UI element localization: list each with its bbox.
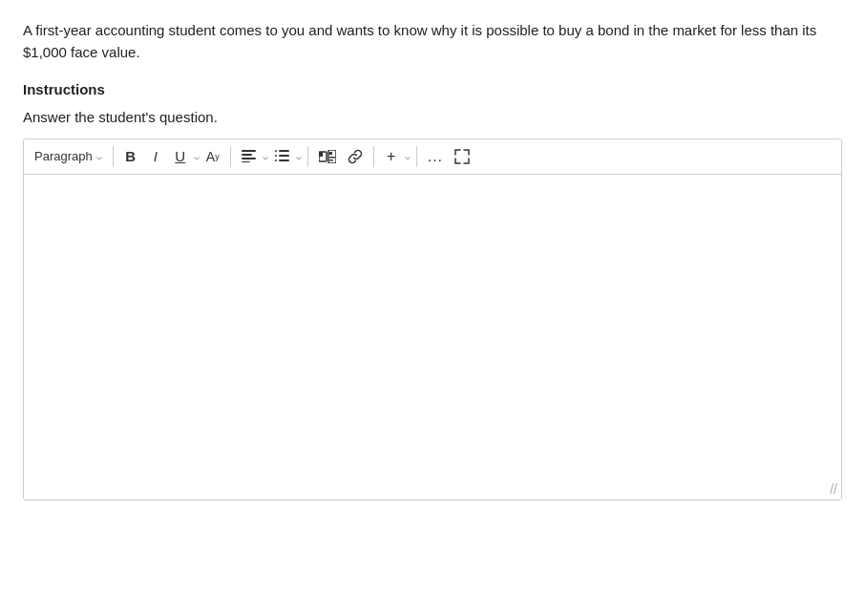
svg-rect-8 [275,155,277,157]
toolbar-divider-2 [230,146,231,167]
resize-handle[interactable]: // [830,482,837,496]
svg-rect-2 [242,158,256,159]
italic-button[interactable]: I [144,143,167,170]
paragraph-style-label: Paragraph [34,149,93,163]
answer-prompt: Answer the student's question. [23,109,842,125]
list-chevron-icon[interactable]: ⌵ [296,151,302,161]
align-left-icon [242,150,256,162]
svg-rect-3 [242,161,250,162]
svg-rect-15 [329,159,333,161]
paragraph-style-dropdown[interactable]: Paragraph ⌵ [30,143,107,170]
toolbar-divider-4 [373,146,374,167]
bold-button[interactable]: B [119,143,142,170]
rich-text-editor: Paragraph ⌵ B I U ⌵ Ay [23,138,842,500]
list-icon [275,150,289,162]
clear-formatting-button[interactable]: Ay [201,143,224,170]
editor-toolbar: Paragraph ⌵ B I U ⌵ Ay [24,139,841,175]
toolbar-divider-3 [307,146,308,167]
editor-content-area[interactable]: // [24,175,841,499]
align-chevron-icon[interactable]: ⌵ [263,151,268,161]
more-options-button[interactable]: ... [423,143,448,170]
svg-rect-7 [275,150,277,152]
question-text: A first-year accounting student comes to… [23,19,842,64]
svg-rect-13 [329,152,332,155]
link-button[interactable] [343,143,368,170]
media-button[interactable] [314,143,341,170]
svg-rect-14 [329,157,335,159]
insert-button[interactable]: + [380,143,403,170]
svg-rect-6 [279,159,289,161]
underline-chevron-icon[interactable]: ⌵ [194,151,200,161]
svg-rect-11 [319,152,323,157]
expand-icon [454,149,470,164]
svg-rect-5 [279,155,289,157]
svg-rect-9 [275,159,277,161]
list-button[interactable] [270,143,294,170]
toolbar-divider-5 [416,146,417,167]
expand-button[interactable] [450,143,475,170]
toolbar-divider-1 [113,146,114,167]
link-icon [348,149,363,164]
insert-chevron-icon[interactable]: ⌵ [405,151,411,161]
svg-rect-0 [242,150,256,152]
align-left-button[interactable] [237,143,261,170]
media-icon [319,150,336,163]
underline-button[interactable]: U [169,143,192,170]
paragraph-chevron-icon: ⌵ [96,151,102,161]
instructions-label: Instructions [23,81,842,97]
svg-rect-4 [279,150,289,152]
svg-rect-1 [242,154,252,156]
